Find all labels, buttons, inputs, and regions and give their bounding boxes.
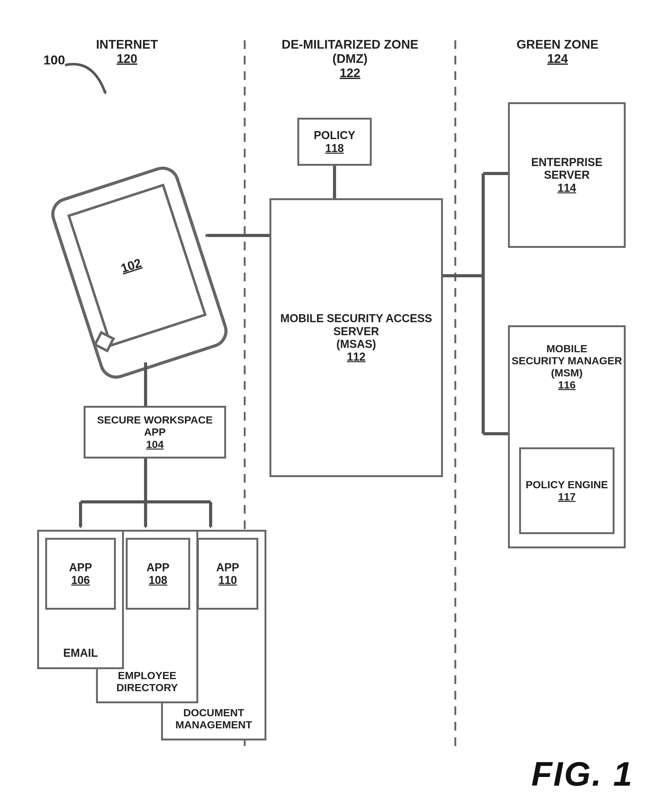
- app1-num: 106: [69, 574, 92, 586]
- app3-inner: APP 110: [197, 538, 258, 610]
- enterprise-server-box: ENTERPRISE SERVER 114: [508, 102, 626, 248]
- app1-title: APP: [69, 561, 92, 574]
- es-l2: SERVER: [531, 168, 602, 181]
- zone-green-header: GREEN ZONE 124: [495, 37, 620, 66]
- app3-subtitle-l1: DOCUMENT: [163, 707, 265, 719]
- zone-dmz-num: 122: [263, 66, 437, 80]
- secure-workspace-label: SECURE WORKSPACE APP 104: [85, 414, 224, 450]
- app3-num: 110: [216, 574, 239, 586]
- zone-dmz-header: DE-MILITARIZED ZONE (DMZ) 122: [263, 37, 437, 80]
- msas-num: 112: [280, 350, 432, 363]
- app3-subtitle: DOCUMENT MANAGEMENT: [163, 707, 265, 731]
- app1-subtitle: EMAIL: [39, 647, 122, 659]
- policy-engine-num: 117: [526, 491, 608, 503]
- msm-l2: SECURITY MANAGER: [512, 355, 622, 367]
- figure-number: 100: [43, 53, 65, 67]
- policy-dmz-title: POLICY: [314, 129, 355, 142]
- app3-title: APP: [216, 561, 239, 574]
- es-l1: ENTERPRISE: [531, 156, 602, 168]
- es-num: 114: [531, 182, 602, 194]
- zone-green-title: GREEN ZONE: [495, 37, 620, 52]
- secure-workspace-num: 104: [85, 438, 224, 450]
- app3-subtitle-l2: MANAGEMENT: [163, 719, 265, 731]
- policy-engine-title: POLICY ENGINE: [526, 479, 608, 491]
- msm-l3: (MSM): [512, 367, 622, 379]
- app1-inner: APP 106: [45, 538, 116, 610]
- secure-workspace-title: SECURE WORKSPACE APP: [85, 414, 224, 438]
- app2-subtitle: EMPLOYEE DIRECTORY: [98, 670, 197, 694]
- secure-workspace-box: SECURE WORKSPACE APP 104: [84, 406, 226, 458]
- figure-caption: FIG. 1: [531, 754, 634, 794]
- msas-box: MOBILE SECURITY ACCESS SERVER (MSAS) 112: [270, 198, 443, 477]
- device-number: 102: [119, 256, 143, 275]
- zone-dmz-title: DE-MILITARIZED ZONE (DMZ): [263, 37, 437, 66]
- figure-caption-text: FIG. 1: [531, 755, 634, 793]
- app1-outer: APP 106 EMAIL: [37, 530, 124, 669]
- msas-l3: (MSAS): [280, 338, 432, 350]
- msas-l2: SERVER: [280, 325, 432, 338]
- figure-number-text: 100: [43, 53, 65, 67]
- policy-dmz-box: POLICY 118: [297, 118, 372, 166]
- zone-internet-num: 120: [78, 52, 177, 66]
- policy-engine-box: POLICY ENGINE 117: [519, 447, 614, 534]
- zone-internet-title: INTERNET: [78, 37, 177, 52]
- msm-num: 116: [512, 379, 622, 391]
- msm-l1: MOBILE: [512, 343, 622, 355]
- app2-num: 108: [146, 574, 169, 586]
- msas-l1: MOBILE SECURITY ACCESS: [280, 312, 432, 325]
- app2-subtitle-l2: DIRECTORY: [98, 682, 197, 694]
- msm-box: MOBILE SECURITY MANAGER (MSM) 116 POLICY…: [508, 325, 626, 548]
- zone-green-num: 124: [495, 52, 620, 66]
- device-number-text: 102: [119, 256, 143, 275]
- svg-rect-4: [95, 333, 113, 351]
- zone-internet-header: INTERNET 120: [78, 37, 177, 66]
- svg-rect-2: [49, 164, 230, 381]
- app2-inner: APP 108: [126, 538, 190, 610]
- app2-subtitle-l1: EMPLOYEE: [98, 670, 197, 682]
- policy-dmz-num: 118: [314, 142, 355, 154]
- app2-title: APP: [146, 561, 169, 574]
